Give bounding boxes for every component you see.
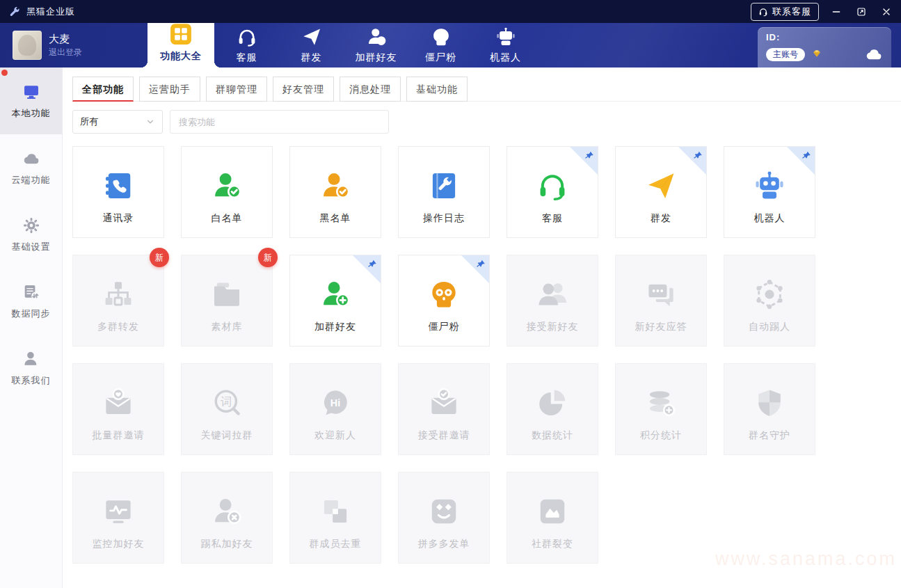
tab-2[interactable]: 群聊管理	[206, 77, 267, 102]
grid-icon	[169, 22, 193, 46]
user-texts: 大麦 退出登录	[49, 32, 82, 58]
word-circle-icon: 词	[209, 386, 244, 420]
card-shield[interactable]: 群名守护	[724, 363, 815, 455]
card-label: 白名单	[212, 212, 243, 225]
avatar[interactable]	[13, 31, 42, 60]
card-squares[interactable]: 群成员去重	[289, 472, 381, 564]
card-plane[interactable]: 群发	[615, 146, 707, 238]
sidebar-item-sync[interactable]: 数据同步	[0, 268, 62, 335]
card-logbook[interactable]: 操作日志	[398, 146, 490, 238]
account-panel: ID: 主账号	[758, 27, 891, 67]
header-nav-robot[interactable]: 机器人	[473, 23, 538, 67]
card-pdd[interactable]: 拼多多发单	[398, 472, 490, 564]
tab-1[interactable]: 运营助手	[139, 77, 200, 102]
tab-5[interactable]: 基础功能	[406, 77, 468, 102]
fission-icon	[535, 494, 570, 529]
card-addressbook[interactable]: 通讯录	[72, 146, 164, 238]
card-pie[interactable]: 数据统计	[507, 363, 598, 455]
card-monitor-pulse[interactable]: 监控加好友	[72, 472, 164, 564]
maximize-button[interactable]	[854, 4, 869, 19]
card-folder[interactable]: 素材库新	[181, 255, 273, 347]
app-logo-wrench-icon	[8, 6, 21, 18]
search-input[interactable]	[170, 110, 389, 134]
gear-icon	[22, 216, 40, 235]
card-label: 客服	[542, 212, 563, 225]
orgchart-icon	[101, 277, 136, 312]
card-network[interactable]: 自动踢人	[724, 255, 815, 347]
card-orgchart[interactable]: 多群转发新	[72, 255, 164, 347]
account-type-badge: 主账号	[766, 48, 805, 61]
skull-icon	[431, 26, 452, 47]
card-label: 僵尸粉	[429, 321, 460, 333]
card-skull[interactable]: 僵尸粉	[398, 255, 490, 347]
sync-icon	[22, 283, 40, 301]
account-row: 主账号	[766, 45, 883, 63]
header-nav-plane[interactable]: 群发	[279, 23, 344, 67]
contact-support-button[interactable]: 联系客服	[751, 3, 819, 21]
sidebar-item-label: 数据同步	[12, 308, 51, 320]
header-nav-person-plus[interactable]: 加群好友	[344, 23, 408, 67]
tab-4[interactable]: 消息处理	[340, 77, 401, 102]
person-plus-icon	[318, 277, 353, 312]
skull-icon	[426, 277, 461, 312]
sidebar-item-label: 本地功能	[12, 107, 51, 120]
robot-icon	[495, 26, 516, 47]
card-database[interactable]: 积分统计	[615, 363, 707, 455]
card-label: 多群转发	[97, 321, 139, 333]
tab-0[interactable]: 全部功能	[72, 77, 134, 102]
header-nav-grid[interactable]: 功能大全	[147, 17, 214, 67]
tab-3[interactable]: 好友管理	[273, 77, 334, 102]
card-label: 关键词拉群	[201, 429, 253, 442]
chat-icon	[644, 277, 678, 312]
svg-text:Hi: Hi	[330, 397, 340, 408]
minimize-button[interactable]	[829, 4, 844, 19]
card-label: 拼多多发单	[418, 538, 470, 550]
sidebar-item-monitor[interactable]: 本地功能	[0, 67, 62, 134]
card-envelope-check[interactable]: 接受群邀请	[398, 363, 490, 455]
sidebar-item-cloud[interactable]: 云端功能	[0, 134, 62, 201]
card-label: 积分统计	[640, 429, 682, 442]
card-label: 素材库	[212, 321, 243, 333]
sidebar-item-gear[interactable]: 基础设置	[0, 201, 62, 268]
close-button[interactable]	[879, 4, 894, 19]
header-nav-skull[interactable]: 僵尸粉	[408, 23, 473, 67]
app-window: 黑猫企业版 联系客服 大麦 退出登录 功能大全客服群发加群好友僵尸粉机器人 ID…	[0, 0, 901, 588]
filter-row: 所有	[72, 110, 901, 134]
card-person-check[interactable]: 黑名单	[289, 146, 381, 238]
card-person-x[interactable]: 踢私加好友	[181, 472, 273, 564]
robot-icon	[752, 168, 787, 203]
card-label: 踢私加好友	[201, 538, 253, 550]
header-nav-label: 僵尸粉	[425, 51, 456, 64]
card-chat[interactable]: 新好友应答	[615, 255, 707, 347]
category-select[interactable]: 所有	[72, 110, 163, 134]
card-headset[interactable]: 客服	[507, 146, 598, 238]
diamond-icon	[811, 48, 823, 61]
card-fission[interactable]: 社群裂变	[507, 472, 598, 564]
card-people[interactable]: 接受新好友	[507, 255, 598, 347]
feature-grid: 通讯录白名单黑名单操作日志客服群发机器人多群转发新素材库新加群好友僵尸粉接受新好…	[72, 146, 901, 564]
person-x-icon	[209, 494, 244, 529]
card-label: 机器人	[754, 212, 786, 225]
card-word-circle[interactable]: 词关键词拉群	[181, 363, 273, 455]
card-label: 群名守护	[749, 429, 790, 442]
sidebar-item-label: 联系我们	[12, 374, 51, 387]
database-icon	[644, 386, 678, 420]
header-nav-label: 客服	[237, 51, 257, 64]
body: 本地功能云端功能基础设置数据同步联系我们 全部功能运营助手群聊管理好友管理消息处…	[0, 67, 901, 588]
card-robot[interactable]: 机器人	[724, 146, 815, 238]
card-hi-circle[interactable]: Hi欢迎新人	[289, 363, 381, 455]
sidebar-item-person[interactable]: 联系我们	[0, 335, 62, 402]
header-nav-label: 加群好友	[356, 51, 397, 64]
titlebar-right: 联系客服	[751, 3, 894, 21]
logout-link[interactable]: 退出登录	[49, 46, 82, 58]
card-person-check[interactable]: 白名单	[181, 146, 273, 238]
card-envelope-heart[interactable]: 批量群邀请	[72, 363, 164, 455]
card-person-plus[interactable]: 加群好友	[289, 255, 381, 347]
account-id-label: ID:	[766, 32, 883, 42]
card-label: 群发	[651, 212, 671, 225]
card-label: 监控加好友	[93, 538, 145, 550]
envelope-check-icon	[426, 386, 461, 420]
header-nav-headset[interactable]: 客服	[214, 23, 279, 67]
new-badge: 新	[150, 248, 169, 267]
squares-icon	[318, 494, 353, 529]
